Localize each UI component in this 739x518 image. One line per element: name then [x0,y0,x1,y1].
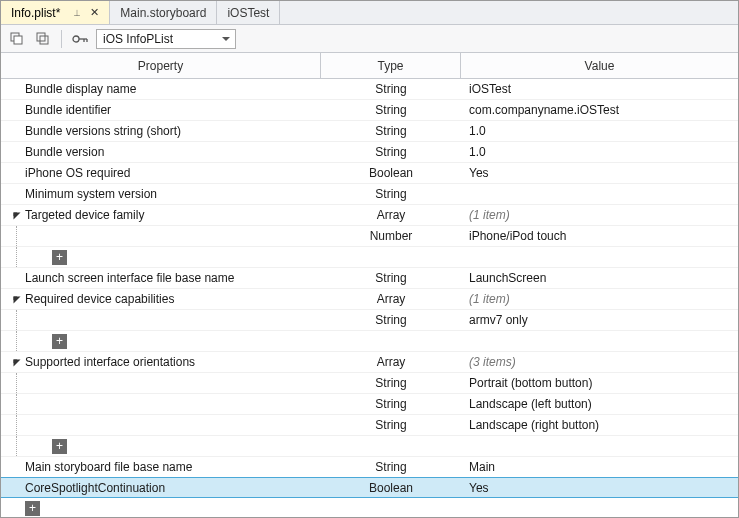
value-cell[interactable]: (3 items) [461,352,738,372]
property-cell[interactable]: iPhone OS required [1,163,321,183]
property-cell[interactable] [1,373,321,393]
tab-main-storyboard[interactable]: Main.storyboard [110,1,217,24]
property-row[interactable]: Bundle versions string (short)String1.0 [1,121,738,142]
value-cell[interactable] [461,184,738,204]
property-row[interactable]: Required device capabilitiesArray(1 item… [1,289,738,310]
property-cell[interactable]: Main storyboard file base name [1,457,321,477]
value-cell[interactable]: armv7 only [461,310,738,330]
tab-info-plist[interactable]: Info.plist* ⟂ ✕ [1,1,110,24]
property-row[interactable]: Minimum system versionString [1,184,738,205]
disclosure-triangle-icon[interactable] [11,357,21,367]
value-cell[interactable]: com.companyname.iOSTest [461,100,738,120]
property-cell[interactable]: + [1,331,321,351]
type-cell[interactable]: String [321,457,461,477]
plus-icon[interactable]: + [25,501,40,516]
property-cell[interactable]: Targeted device family [1,205,321,225]
type-cell[interactable]: Array [321,352,461,372]
property-row[interactable]: Main storyboard file base nameStringMain [1,457,738,478]
value-cell [461,247,738,267]
property-label: Required device capabilities [25,292,174,306]
plus-icon[interactable]: + [52,334,67,349]
property-cell[interactable] [1,394,321,414]
pin-icon[interactable]: ⟂ [74,7,80,18]
value-cell[interactable]: Main [461,457,738,477]
property-row[interactable]: CoreSpotlightContinuationBooleanYes [1,477,738,498]
add-child-row[interactable]: + [1,331,738,352]
header-value[interactable]: Value [461,53,738,78]
property-cell[interactable] [1,226,321,246]
tab-iostest[interactable]: iOSTest [217,1,280,24]
property-row[interactable]: NumberiPhone/iPod touch [1,226,738,247]
property-cell[interactable]: Minimum system version [1,184,321,204]
add-child-row[interactable]: + [1,436,738,457]
type-cell[interactable]: String [321,184,461,204]
type-cell[interactable]: String [321,373,461,393]
property-row[interactable]: Bundle versionString1.0 [1,142,738,163]
value-cell[interactable]: 1.0 [461,121,738,141]
property-label: Minimum system version [25,187,157,201]
key-icon[interactable] [70,29,90,49]
property-cell[interactable]: + [1,247,321,267]
property-cell[interactable] [1,310,321,330]
property-row[interactable]: StringLandscape (left button) [1,394,738,415]
add-child-row[interactable]: + [1,247,738,268]
property-cell[interactable]: Bundle display name [1,79,321,99]
header-type[interactable]: Type [321,53,461,78]
value-cell[interactable]: Yes [461,163,738,183]
value-cell[interactable]: (1 item) [461,205,738,225]
value-cell[interactable]: 1.0 [461,142,738,162]
tab-label: Info.plist* [11,6,60,20]
type-cell[interactable]: String [321,310,461,330]
add-root-row[interactable]: + [1,498,738,518]
disclosure-triangle-icon[interactable] [11,210,21,220]
type-cell[interactable]: String [321,79,461,99]
type-cell [321,436,461,456]
property-row[interactable]: Launch screen interface file base nameSt… [1,268,738,289]
type-cell[interactable]: String [321,142,461,162]
property-cell[interactable] [1,415,321,435]
type-cell[interactable]: String [321,268,461,288]
value-cell[interactable]: iOSTest [461,79,738,99]
header-property[interactable]: Property [1,53,321,78]
collapse-all-button[interactable] [33,29,53,49]
property-row[interactable]: Bundle identifierStringcom.companyname.i… [1,100,738,121]
property-cell[interactable]: Supported interface orientations [1,352,321,372]
value-cell[interactable]: Landscape (right button) [461,415,738,435]
type-cell[interactable]: Array [321,205,461,225]
property-cell[interactable]: Required device capabilities [1,289,321,309]
property-row[interactable]: iPhone OS requiredBooleanYes [1,163,738,184]
property-cell[interactable]: Bundle version [1,142,321,162]
type-cell[interactable]: Array [321,289,461,309]
disclosure-triangle-icon[interactable] [11,294,21,304]
property-row[interactable]: Targeted device familyArray(1 item) [1,205,738,226]
plist-type-selector[interactable]: iOS InfoPList [96,29,236,49]
property-row[interactable]: StringLandscape (right button) [1,415,738,436]
type-cell[interactable]: String [321,394,461,414]
property-cell[interactable]: Launch screen interface file base name [1,268,321,288]
type-cell[interactable]: String [321,415,461,435]
value-cell[interactable]: LaunchScreen [461,268,738,288]
property-label: Targeted device family [25,208,144,222]
expand-all-button[interactable] [7,29,27,49]
property-cell[interactable]: CoreSpotlightContinuation [1,478,321,497]
property-cell[interactable]: Bundle identifier [1,100,321,120]
type-cell[interactable]: Number [321,226,461,246]
plus-icon[interactable]: + [52,439,67,454]
value-cell[interactable]: Landscape (left button) [461,394,738,414]
property-row[interactable]: Bundle display nameStringiOSTest [1,79,738,100]
close-icon[interactable]: ✕ [90,6,99,19]
value-cell[interactable]: Portrait (bottom button) [461,373,738,393]
value-cell[interactable]: (1 item) [461,289,738,309]
type-cell[interactable]: String [321,100,461,120]
property-cell[interactable]: Bundle versions string (short) [1,121,321,141]
property-row[interactable]: Supported interface orientationsArray(3 … [1,352,738,373]
property-cell[interactable]: + [1,436,321,456]
type-cell[interactable]: Boolean [321,163,461,183]
property-row[interactable]: StringPortrait (bottom button) [1,373,738,394]
value-cell[interactable]: Yes [461,478,738,497]
property-row[interactable]: Stringarmv7 only [1,310,738,331]
value-cell[interactable]: iPhone/iPod touch [461,226,738,246]
plus-icon[interactable]: + [52,250,67,265]
type-cell[interactable]: String [321,121,461,141]
type-cell[interactable]: Boolean [321,478,461,497]
